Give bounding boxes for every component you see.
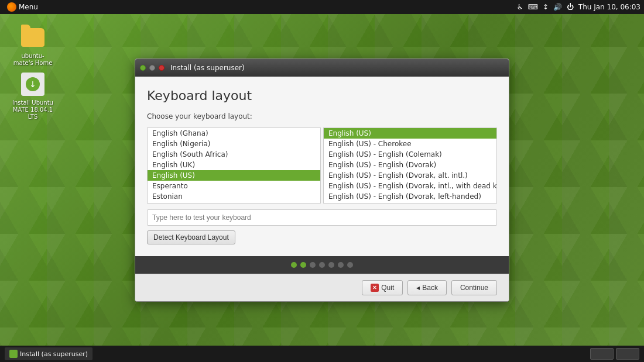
taskbar-label: Install (as superuser) — [20, 350, 88, 358]
list-item-english-us-selected[interactable]: English (US) — [148, 170, 320, 181]
list-item-variant-cherokee[interactable]: English (US) - Cherokee — [324, 139, 496, 149]
list-item-variant-dvorak-right[interactable]: English (US) - English (Dvorak, right-ha… — [324, 202, 496, 204]
desktop: Menu ♿ ⌨ ↕ 🔊 ⏻ Thu Jan 10, 06:03 ubuntu-… — [0, 0, 644, 362]
progress-dot-7 — [347, 262, 353, 268]
dialog-titlebar: Install (as superuser) — [135, 59, 509, 77]
pager-button-1[interactable] — [590, 348, 614, 360]
maximize-button[interactable] — [149, 65, 155, 71]
menu-label: Menu — [19, 3, 38, 11]
quit-label: Quit — [381, 284, 394, 292]
panel-left: Menu — [4, 1, 42, 13]
keyboard-test-input[interactable] — [147, 209, 497, 226]
list-item-variant-dvorak-alt-intl[interactable]: English (US) - English (Dvorak, alt. int… — [324, 170, 496, 181]
keyboard-lists: English (Ghana) English (Nigeria) Englis… — [147, 127, 497, 204]
list-item-variant-dvorak-intl[interactable]: English (US) - English (Dvorak, intl., w… — [324, 181, 496, 191]
progress-dot-4 — [319, 262, 325, 268]
network-icon: ↕ — [543, 3, 549, 11]
pager-button-2[interactable] — [616, 348, 639, 360]
list-item-variant-colemak[interactable]: English (US) - English (Colemak) — [324, 149, 496, 160]
keyboard-icon: ⌨ — [527, 3, 537, 11]
close-button[interactable] — [159, 65, 165, 71]
taskbar-install-icon — [9, 350, 18, 358]
panel-right: ♿ ⌨ ↕ 🔊 ⏻ Thu Jan 10, 06:03 — [517, 3, 640, 11]
list-item-variant-us[interactable]: English (US) — [324, 128, 496, 139]
progress-dot-2 — [300, 262, 306, 268]
progress-dot-1 — [291, 262, 297, 268]
list-item-variant-dvorak-left[interactable]: English (US) - English (Dvorak, left-han… — [324, 191, 496, 202]
volume-icon: 🔊 — [553, 3, 562, 11]
layout-variant-list[interactable]: English (US) English (US) - Cherokee Eng… — [323, 127, 497, 204]
clock: Thu Jan 10, 06:03 — [578, 3, 640, 11]
list-item-estonian[interactable]: Estonian — [148, 191, 320, 202]
language-list[interactable]: English (Ghana) English (Nigeria) Englis… — [147, 127, 321, 204]
dialog-heading: Keyboard layout — [147, 88, 497, 103]
menu-button[interactable]: Menu — [4, 1, 42, 13]
list-item-english-uk[interactable]: English (UK) — [148, 160, 320, 170]
taskbar-install-item[interactable]: Install (as superuser) — [5, 347, 93, 360]
progress-dot-3 — [310, 262, 316, 268]
dialog-title: Install (as superuser) — [170, 64, 245, 72]
dialog-subtitle: Choose your keyboard layout: — [147, 112, 497, 120]
mate-logo-icon — [7, 2, 16, 12]
detect-keyboard-button[interactable]: Detect Keyboard Layout — [147, 230, 235, 244]
list-item-esperanto[interactable]: Esperanto — [148, 181, 320, 191]
list-item-english-south-africa[interactable]: English (South Africa) — [148, 149, 320, 160]
quit-icon: ✕ — [371, 284, 379, 292]
progress-dot-5 — [328, 262, 334, 268]
dialog-footer: ✕ Quit ◂ Back Continue — [135, 274, 509, 301]
list-item-variant-dvorak[interactable]: English (US) - English (Dvorak) — [324, 160, 496, 170]
back-label: Back — [422, 284, 438, 292]
list-item-faroese[interactable]: Faroese — [148, 202, 320, 204]
back-arrow-icon: ◂ — [416, 284, 420, 292]
bottom-right-buttons — [590, 348, 639, 360]
accessibility-icon: ♿ — [517, 3, 523, 11]
quit-button[interactable]: ✕ Quit — [362, 280, 403, 295]
keyboard-layout-dialog: Install (as superuser) Keyboard layout C… — [135, 58, 509, 302]
top-panel: Menu ♿ ⌨ ↕ 🔊 ⏻ Thu Jan 10, 06:03 — [0, 0, 644, 14]
minimize-button[interactable] — [140, 65, 146, 71]
dialog-body: Keyboard layout Choose your keyboard lay… — [135, 77, 509, 256]
power-icon: ⏻ — [567, 3, 574, 11]
dialog-overlay: Install (as superuser) Keyboard layout C… — [0, 14, 644, 346]
list-item-english-ghana[interactable]: English (Ghana) — [148, 128, 320, 139]
progress-dots — [135, 256, 509, 274]
progress-dot-6 — [338, 262, 344, 268]
list-item-english-nigeria[interactable]: English (Nigeria) — [148, 139, 320, 149]
bottom-panel: Install (as superuser) — [0, 346, 644, 362]
back-button[interactable]: ◂ Back — [407, 280, 447, 295]
continue-button[interactable]: Continue — [451, 280, 497, 295]
